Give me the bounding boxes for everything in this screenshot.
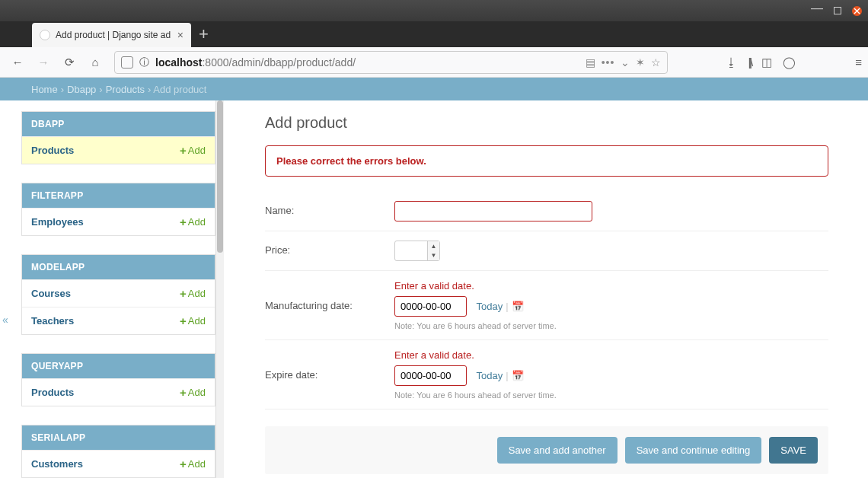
library-icon[interactable]: |||\: [748, 56, 751, 69]
tab-close-icon[interactable]: ×: [177, 29, 183, 41]
spin-up-icon: ▲: [428, 241, 439, 251]
save-add-another-button[interactable]: Save and add another: [497, 437, 617, 464]
sidebar-item-teachers[interactable]: Teachers +Add: [22, 307, 215, 334]
price-spinner[interactable]: ▲▼: [427, 241, 439, 260]
submit-row: Save and add another Save and continue e…: [265, 426, 828, 474]
calendar-icon[interactable]: 📅: [512, 370, 524, 381]
breadcrumb: Home › Dbapp › Products › Add product: [0, 78, 868, 100]
back-button[interactable]: ←: [6, 51, 29, 74]
download-icon[interactable]: ⭳: [726, 56, 737, 69]
tab-title: Add product | Django site ad: [56, 30, 171, 40]
plus-icon: +: [180, 215, 187, 228]
label-mfg-date: Manufacturing date:: [265, 280, 394, 311]
scrollbar-thumb[interactable]: [217, 100, 223, 253]
label-exp-date: Expire date:: [265, 349, 394, 381]
sidebar-section-modelapp[interactable]: MODELAPP: [22, 255, 215, 279]
sidebar-section-queryapp[interactable]: QUERYAPP: [22, 354, 215, 378]
admin-sidebar: DBAPP Products +Add FILTERAPP Employees …: [0, 100, 215, 478]
account-icon[interactable]: ◯: [783, 56, 796, 69]
save-continue-button[interactable]: Save and continue editing: [625, 437, 762, 464]
calendar-icon[interactable]: 📅: [512, 301, 524, 312]
sidebar-section-filterapp[interactable]: FILTERAPP: [22, 183, 215, 208]
page-title: Add product: [265, 114, 828, 132]
window-titlebar: —: [0, 0, 868, 21]
breadcrumb-model[interactable]: Products: [106, 84, 145, 95]
mfg-help-text: Note: You are 6 hours ahead of server ti…: [394, 321, 828, 330]
browser-tab[interactable]: Add product | Django site ad ×: [32, 23, 191, 47]
label-price: Price:: [265, 241, 394, 256]
plus-icon: +: [180, 287, 187, 300]
plus-icon: +: [180, 386, 187, 399]
main-content: Add product Please correct the errors be…: [224, 100, 868, 478]
error-mfg-date: Enter a valid date.: [394, 280, 828, 292]
label-name: Name:: [265, 201, 394, 216]
pocket-icon[interactable]: ⌄: [621, 56, 630, 69]
sidebar-item-products-q[interactable]: Products +Add: [22, 378, 215, 406]
tab-favicon-icon: [40, 30, 50, 40]
new-tab-button[interactable]: +: [199, 24, 209, 44]
add-link[interactable]: +Add: [180, 144, 206, 157]
more-icon[interactable]: •••: [602, 56, 615, 69]
sidebar-item-employees[interactable]: Employees +Add: [22, 208, 215, 235]
window-maximize-icon[interactable]: [834, 7, 841, 14]
toolbar-right: ⭳ |||\ ◫ ◯ ≡: [726, 56, 862, 69]
add-link[interactable]: +Add: [180, 457, 206, 470]
sidebar-collapse-icon[interactable]: «: [2, 314, 8, 326]
error-banner: Please correct the errors below.: [265, 145, 828, 177]
name-input[interactable]: [394, 201, 592, 221]
mfg-today-link[interactable]: Today: [476, 301, 503, 312]
window-minimize-icon[interactable]: —: [811, 2, 823, 15]
mfg-date-input[interactable]: [394, 296, 467, 317]
plus-icon: +: [180, 457, 187, 470]
exp-today-link[interactable]: Today: [476, 370, 503, 381]
bookmark-icon[interactable]: ☆: [651, 56, 661, 69]
breadcrumb-sep: ›: [61, 84, 64, 95]
plus-icon: +: [180, 314, 187, 327]
exp-help-text: Note: You are 6 hours ahead of server ti…: [394, 390, 828, 400]
tracking-shield-icon[interactable]: [121, 56, 133, 69]
plus-icon: +: [180, 144, 187, 157]
breadcrumb-home[interactable]: Home: [31, 84, 58, 95]
sidebar-section-serialapp[interactable]: SERIALAPP: [22, 425, 215, 450]
reload-button[interactable]: ⟳: [58, 51, 81, 74]
lock-icon: ⓘ: [139, 56, 149, 69]
add-link[interactable]: +Add: [180, 215, 206, 228]
url-text: localhost:8000/admin/dbapp/product/add/: [155, 56, 579, 69]
sidebar-section-dbapp[interactable]: DBAPP: [22, 112, 215, 136]
browser-toolbar: ← → ⟳ ⌂ ⓘ localhost:8000/admin/dbapp/pro…: [0, 47, 868, 78]
reader-icon[interactable]: ▤: [586, 56, 595, 69]
sidebar-toggle-icon[interactable]: ◫: [761, 56, 772, 69]
tab-bar: Add product | Django site ad × +: [0, 21, 868, 47]
add-link[interactable]: +Add: [180, 314, 206, 327]
error-exp-date: Enter a valid date.: [394, 349, 828, 361]
spin-down-icon: ▼: [428, 251, 439, 261]
sidebar-item-customers[interactable]: Customers +Add: [22, 450, 215, 477]
add-link[interactable]: +Add: [180, 386, 206, 399]
window-close-icon[interactable]: [852, 6, 862, 16]
sidebar-item-products[interactable]: Products +Add: [22, 136, 215, 164]
add-link[interactable]: +Add: [180, 287, 206, 300]
exp-date-input[interactable]: [394, 365, 467, 386]
breadcrumb-app[interactable]: Dbapp: [67, 84, 96, 95]
sidebar-item-courses[interactable]: Courses +Add: [22, 279, 215, 307]
save-button[interactable]: SAVE: [769, 437, 818, 464]
breadcrumb-current: Add product: [153, 84, 206, 95]
home-button[interactable]: ⌂: [84, 51, 107, 74]
breadcrumb-sep: ›: [148, 84, 151, 95]
breadcrumb-sep: ›: [99, 84, 102, 95]
url-bar[interactable]: ⓘ localhost:8000/admin/dbapp/product/add…: [114, 51, 668, 74]
bug-icon[interactable]: ✶: [636, 56, 645, 69]
menu-icon[interactable]: ≡: [855, 56, 862, 69]
sidebar-scrollbar[interactable]: [215, 100, 224, 478]
forward-button: →: [32, 51, 55, 74]
